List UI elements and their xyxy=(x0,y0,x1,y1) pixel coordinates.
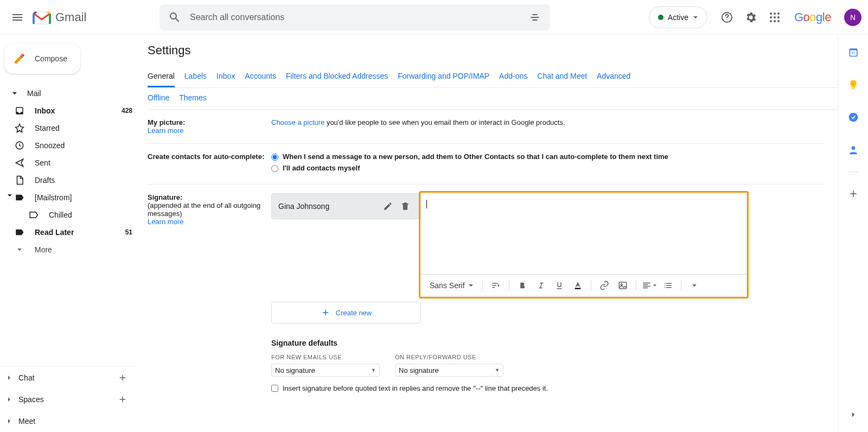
insert-before-quoted-checkbox[interactable] xyxy=(271,385,278,392)
tab-general[interactable]: General xyxy=(148,66,175,87)
keep-app[interactable] xyxy=(843,74,864,96)
mail-section-header[interactable]: Mail xyxy=(0,85,139,102)
align-button[interactable] xyxy=(641,277,658,294)
page-title: Settings xyxy=(148,43,838,58)
signature-textarea[interactable] xyxy=(421,194,746,274)
list-button[interactable] xyxy=(659,277,676,294)
support-button[interactable] xyxy=(716,7,738,28)
link-button[interactable] xyxy=(596,277,613,294)
tab-themes[interactable]: Themes xyxy=(179,88,207,109)
font-family-select[interactable]: Sans Serif xyxy=(425,281,478,290)
plus-icon xyxy=(321,308,330,317)
status-pill[interactable]: Active xyxy=(649,7,707,28)
sidebar-item-read-later[interactable]: Read Later 51 xyxy=(0,224,139,241)
contacts-option-auto[interactable]: When I send a message to a new person, a… xyxy=(271,153,825,161)
setting-signature: Signature: (appended at the end of all o… xyxy=(148,185,825,401)
sidebar-item-drafts[interactable]: Drafts xyxy=(0,171,139,189)
tab-accounts[interactable]: Accounts xyxy=(245,66,276,87)
sidebar-item-label: Starred xyxy=(35,124,60,132)
send-icon xyxy=(14,158,25,168)
apps-button[interactable] xyxy=(764,7,786,28)
radio-auto-add[interactable] xyxy=(271,154,278,161)
sidebar-item-inbox[interactable]: Inbox 428 xyxy=(0,102,139,119)
tab-offline[interactable]: Offline xyxy=(148,88,169,109)
settings-button[interactable] xyxy=(740,7,762,28)
search-bar[interactable] xyxy=(159,4,550,30)
sidebar-item-starred[interactable]: Starred xyxy=(0,119,139,137)
tab-forwarding[interactable]: Forwarding and POP/IMAP xyxy=(398,66,489,87)
sidebar-item-label: Inbox xyxy=(35,106,55,115)
sidebar-item-sent[interactable]: Sent xyxy=(0,154,139,171)
contacts-app[interactable] xyxy=(843,139,864,161)
signature-editor-block: Gina Johnsong xyxy=(271,193,825,296)
font-size-button[interactable] xyxy=(487,277,505,294)
learn-more-link[interactable]: Learn more xyxy=(148,126,183,135)
contacts-option-manual[interactable]: I'll add contacts myself xyxy=(271,164,825,172)
toolbar-separator xyxy=(681,280,681,291)
sidebar-item-mailstrom[interactable]: [Mailstrom] xyxy=(0,189,139,206)
chevron-down-icon xyxy=(468,283,474,288)
tab-labels[interactable]: Labels xyxy=(184,66,207,87)
bold-button[interactable] xyxy=(514,277,531,294)
on-reply-select[interactable]: No signature xyxy=(395,364,503,377)
sidebar-item-label: [Mailstrom] xyxy=(35,193,72,202)
section-label: Meet xyxy=(18,417,35,425)
for-new-select[interactable]: No signature xyxy=(271,364,380,377)
search-icon[interactable] xyxy=(164,7,186,28)
compose-button[interactable]: Compose xyxy=(4,43,80,74)
account-avatar[interactable]: N xyxy=(844,9,861,26)
radio-manual-add[interactable] xyxy=(271,165,278,172)
chevron-down-icon xyxy=(14,247,25,252)
toolbar-separator xyxy=(509,280,509,291)
toolbar-separator xyxy=(636,280,636,291)
italic-button[interactable] xyxy=(532,277,550,294)
clock-icon xyxy=(14,141,25,150)
add-chat-button[interactable] xyxy=(116,371,129,384)
section-chat[interactable]: Chat xyxy=(0,367,139,389)
on-reply-label: ON REPLY/FORWARD USE xyxy=(395,354,503,360)
svg-point-20 xyxy=(848,113,858,122)
tab-chat-meet[interactable]: Chat and Meet xyxy=(537,66,587,87)
add-space-button[interactable] xyxy=(116,393,129,406)
svg-point-12 xyxy=(777,20,780,22)
tab-advanced[interactable]: Advanced xyxy=(597,66,630,87)
tab-addons[interactable]: Add-ons xyxy=(499,66,527,87)
section-spaces[interactable]: Spaces xyxy=(0,389,139,410)
learn-more-link[interactable]: Learn more xyxy=(148,218,183,226)
image-button[interactable] xyxy=(614,277,631,294)
choose-picture-link[interactable]: Choose a picture xyxy=(271,118,324,126)
sidebar-item-snoozed[interactable]: Snoozed xyxy=(0,137,139,154)
get-addons-button[interactable] xyxy=(843,183,864,205)
delete-signature-button[interactable] xyxy=(397,198,414,215)
svg-point-11 xyxy=(774,20,776,22)
inbox-icon xyxy=(14,106,25,116)
insert-before-quoted-row[interactable]: Insert signature before quoted text in r… xyxy=(271,384,825,392)
tasks-app[interactable] xyxy=(843,106,864,128)
label-sub: (appended at the end of all outgoing mes… xyxy=(148,201,260,218)
status-dot-icon xyxy=(658,15,663,20)
main-menu-button[interactable] xyxy=(4,4,30,30)
sidebar-more[interactable]: More xyxy=(0,241,139,258)
svg-text:Gmail: Gmail xyxy=(55,10,86,24)
create-new-signature-button[interactable]: Create new xyxy=(271,302,421,323)
more-formatting-button[interactable] xyxy=(686,277,703,294)
edit-signature-button[interactable] xyxy=(379,198,397,215)
signature-item[interactable]: Gina Johnsong xyxy=(272,194,420,219)
gmail-logo[interactable]: Gmail xyxy=(30,7,159,28)
underline-button[interactable] xyxy=(551,277,568,294)
calendar-app[interactable]: 31 xyxy=(843,41,864,63)
search-options-button[interactable] xyxy=(524,7,546,28)
hide-side-panel-button[interactable] xyxy=(843,404,864,425)
section-meet[interactable]: Meet xyxy=(0,410,139,432)
search-input[interactable] xyxy=(186,12,524,22)
hamburger-icon xyxy=(11,11,24,24)
sidebar-item-chilled[interactable]: Chilled xyxy=(0,206,139,224)
tab-inbox[interactable]: Inbox xyxy=(216,66,235,87)
rail-separator xyxy=(848,171,859,172)
text-color-button[interactable] xyxy=(569,277,586,294)
signature-defaults: Signature defaults FOR NEW EMAILS USE No… xyxy=(271,339,825,392)
tab-filters[interactable]: Filters and Blocked Addresses xyxy=(286,66,388,87)
setting-create-contacts: Create contacts for auto-complete: When … xyxy=(148,144,825,185)
signature-toolbar: Sans Serif xyxy=(421,274,746,296)
label-icon xyxy=(15,193,24,202)
